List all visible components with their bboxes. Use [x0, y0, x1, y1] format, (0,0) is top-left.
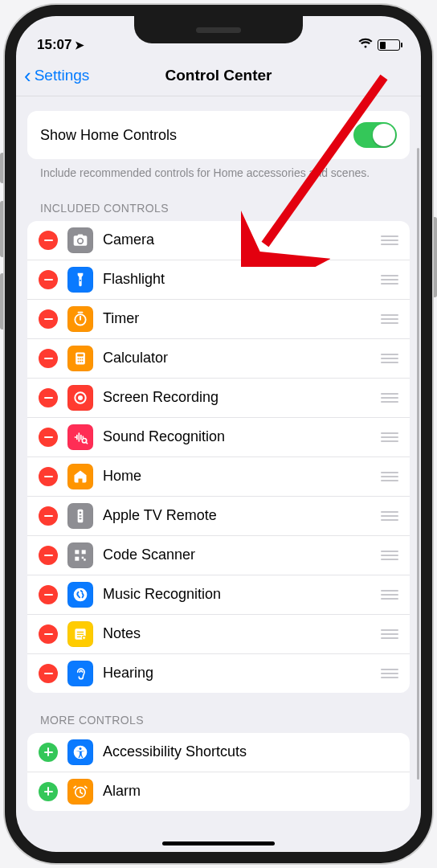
svg-rect-2 — [77, 354, 84, 356]
reorder-handle[interactable] — [381, 314, 398, 324]
back-label: Settings — [35, 67, 90, 84]
remove-button[interactable] — [39, 585, 58, 604]
reorder-handle[interactable] — [381, 511, 398, 521]
remove-button[interactable] — [39, 231, 58, 250]
show-home-controls-toggle[interactable] — [353, 122, 397, 148]
svg-point-7 — [80, 361, 81, 362]
back-button[interactable]: ‹ Settings — [16, 65, 89, 86]
included-controls-list: CameraFlashlightTimerCalculatorScreen Re… — [27, 221, 410, 693]
battery-icon — [378, 39, 400, 51]
qr-icon — [67, 542, 93, 568]
reorder-handle[interactable] — [381, 354, 398, 363]
control-label: Home — [103, 468, 371, 485]
control-row-accessibility: Accessibility Shortcuts — [27, 733, 410, 772]
add-button[interactable] — [39, 743, 58, 762]
camera-icon — [67, 227, 93, 253]
svg-rect-20 — [84, 559, 86, 561]
shazam-icon — [67, 582, 93, 608]
control-label: Alarm — [103, 783, 398, 800]
add-button[interactable] — [39, 782, 58, 801]
remove-button[interactable] — [39, 388, 58, 407]
home-icon — [67, 464, 93, 489]
remove-button[interactable] — [39, 349, 58, 368]
reorder-handle[interactable] — [381, 629, 398, 639]
svg-point-3 — [78, 358, 80, 359]
control-label: Flashlight — [103, 271, 371, 288]
svg-rect-15 — [79, 518, 81, 519]
reorder-handle[interactable] — [381, 235, 398, 245]
reorder-handle[interactable] — [381, 432, 398, 442]
show-home-controls-label: Show Home Controls — [40, 127, 177, 144]
control-row-timer: Timer — [27, 299, 410, 338]
remove-button[interactable] — [39, 546, 58, 565]
home-indicator[interactable] — [162, 841, 275, 845]
scrollbar[interactable] — [417, 148, 419, 780]
status-time: 15:07 — [37, 37, 71, 53]
svg-point-5 — [82, 358, 84, 359]
control-label: Calculator — [103, 350, 371, 366]
control-row-ear: Hearing — [27, 653, 410, 693]
timer-icon — [67, 306, 93, 332]
control-label: Timer — [103, 310, 371, 327]
svg-rect-19 — [82, 557, 84, 559]
location-icon: ➤ — [75, 39, 84, 51]
remove-button[interactable] — [39, 309, 58, 329]
control-row-camera: Camera — [27, 221, 410, 260]
svg-point-4 — [80, 358, 81, 359]
reorder-handle[interactable] — [381, 393, 398, 403]
control-label: Apple TV Remote — [103, 507, 371, 524]
remove-button[interactable] — [39, 664, 58, 683]
svg-point-21 — [74, 588, 88, 602]
reorder-handle[interactable] — [381, 551, 398, 560]
control-label: Screen Recording — [103, 389, 371, 406]
remove-button[interactable] — [39, 428, 58, 447]
svg-point-10 — [78, 395, 83, 400]
show-home-controls-row: Show Home Controls — [27, 111, 410, 159]
sound-icon — [67, 424, 93, 450]
show-home-controls-desc: Include recommended controls for Home ac… — [27, 159, 410, 181]
control-label: Accessibility Shortcuts — [103, 743, 398, 760]
control-label: Camera — [103, 231, 371, 248]
phone-frame: 15:07 ➤ ‹ Settings Control Center — [5, 5, 432, 863]
control-label: Code Scanner — [103, 547, 371, 563]
notch — [134, 16, 303, 43]
included-header: INCLUDED CONTROLS — [27, 181, 410, 221]
svg-point-6 — [78, 361, 80, 362]
remove-button[interactable] — [39, 270, 58, 289]
svg-rect-14 — [79, 515, 81, 517]
reorder-handle[interactable] — [381, 669, 398, 678]
control-row-home: Home — [27, 457, 410, 496]
svg-point-8 — [82, 361, 84, 362]
remove-button[interactable] — [39, 467, 58, 486]
svg-point-28 — [80, 747, 82, 750]
control-row-sound: Sound Recognition — [27, 417, 410, 457]
remote-icon — [67, 503, 93, 529]
alarm-icon — [67, 779, 93, 805]
svg-rect-17 — [82, 550, 86, 554]
control-row-qr: Code Scanner — [27, 535, 410, 575]
calculator-icon — [67, 346, 93, 371]
reorder-handle[interactable] — [381, 472, 398, 481]
svg-rect-16 — [75, 550, 79, 554]
svg-point-13 — [80, 511, 82, 514]
notes-icon — [67, 621, 93, 647]
reorder-handle[interactable] — [381, 590, 398, 600]
remove-button[interactable] — [39, 624, 58, 644]
remove-button[interactable] — [39, 506, 58, 526]
control-label: Sound Recognition — [103, 428, 371, 445]
control-row-remote: Apple TV Remote — [27, 496, 410, 535]
control-row-calculator: Calculator — [27, 338, 410, 378]
chevron-left-icon: ‹ — [24, 65, 31, 86]
wifi-icon — [358, 37, 373, 53]
control-label: Music Recognition — [103, 586, 371, 603]
ear-icon — [67, 661, 93, 686]
svg-rect-18 — [75, 557, 79, 561]
control-row-alarm: Alarm — [27, 772, 410, 811]
control-row-flashlight: Flashlight — [27, 260, 410, 299]
accessibility-icon — [67, 739, 93, 765]
record-icon — [67, 385, 93, 411]
reorder-handle[interactable] — [381, 275, 398, 285]
flashlight-icon — [67, 267, 93, 293]
control-label: Hearing — [103, 665, 371, 682]
more-header: MORE CONTROLS — [27, 693, 410, 733]
